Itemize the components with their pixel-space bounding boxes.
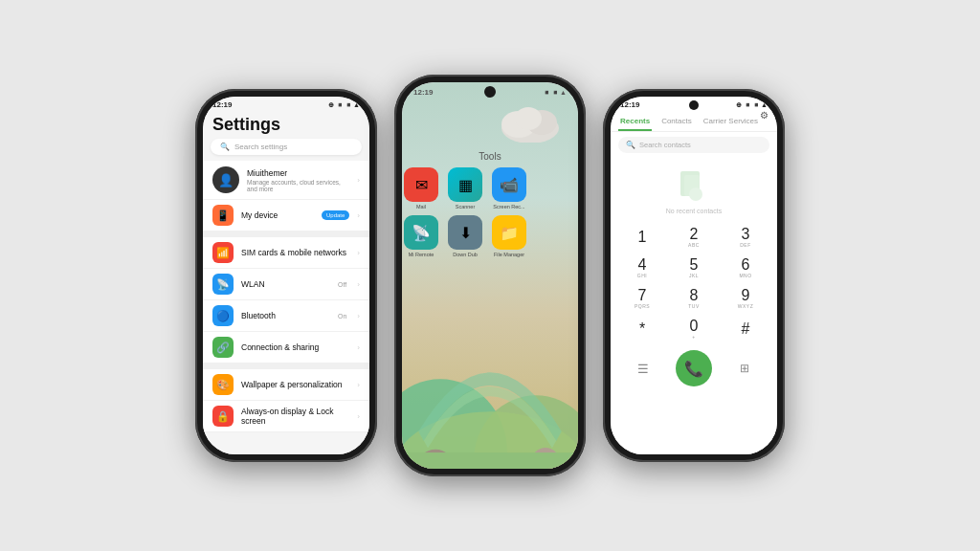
keypad: 1 2ABC 3DEF 4GHI 5JKL 6MNO 7PQRS 8TUV 9W… — [611, 222, 777, 344]
cloud-svg — [492, 99, 568, 143]
wallpaper-item[interactable]: 🎨 Wallpaper & personalization › — [203, 369, 369, 401]
tab-carrier-services[interactable]: Carrier Services — [702, 111, 760, 131]
key-hash[interactable]: # — [720, 314, 771, 344]
screen-rec-icon: 📹 — [492, 167, 526, 202]
connection-icon: 🔗 — [212, 337, 234, 358]
no-contacts-text: No recent contacts — [666, 208, 722, 214]
arrow-sim: › — [357, 249, 360, 257]
key-7[interactable]: 7PQRS — [616, 283, 668, 314]
wallpaper-icon: 🎨 — [212, 374, 234, 395]
app-screen-recorder[interactable]: 📹 Screen Rec... — [490, 167, 528, 209]
account-name: Miuithemer — [247, 168, 349, 178]
key-1[interactable]: 1 — [616, 222, 668, 253]
search-icon-contacts: 🔍 — [626, 141, 635, 149]
file-manager-label: File Manager — [494, 252, 524, 257]
home-art — [402, 256, 578, 469]
key-4-letters: GHI — [637, 273, 647, 278]
my-device-label: My device — [241, 210, 314, 220]
app-scanner[interactable]: ▦ Scanner — [446, 167, 484, 209]
dialpad-menu-icon[interactable]: ☰ — [630, 355, 657, 382]
file-manager-icon: 📁 — [492, 215, 526, 250]
account-text: Miuithemer Manage accounts, cloud servic… — [247, 168, 349, 192]
home-screen: 12:19 ◾◾▲ Tools ✉ Mail ▦ Scanner — [402, 82, 578, 469]
key-hash-num: # — [742, 321, 750, 337]
tab-contacts[interactable]: Contacts — [659, 111, 694, 131]
app-grid: ✉ Mail ▦ Scanner 📹 Screen Rec... — [402, 167, 578, 257]
key-star[interactable]: * — [616, 314, 668, 344]
bluetooth-icon: 🔵 — [212, 305, 234, 326]
connection-sharing-item[interactable]: 🔗 Connection & sharing › — [203, 332, 369, 364]
key-3[interactable]: 3DEF — [720, 222, 771, 253]
wallpaper-text: Wallpaper & personalization — [241, 380, 349, 389]
app-down-dub[interactable]: ⬇ Down Dub — [446, 215, 484, 257]
always-on-item[interactable]: 🔒 Always-on display & Lock screen › — [203, 401, 369, 432]
front-camera-3 — [689, 100, 699, 110]
key-7-letters: PQRS — [635, 303, 650, 309]
arrow-bluetooth: › — [357, 312, 360, 320]
key-3-letters: DEF — [740, 242, 751, 248]
mail-icon: ✉ — [404, 167, 438, 202]
status-icons-3: ⊕ ◾◾▲ — [736, 101, 768, 109]
status-icons-2: ◾◾▲ — [543, 89, 567, 97]
svg-rect-5 — [402, 452, 578, 469]
connection-text: Connection & sharing — [241, 342, 349, 352]
status-bar-2: 12:19 ◾◾▲ — [402, 82, 578, 99]
tab-recents[interactable]: Recents — [618, 111, 652, 131]
key-4[interactable]: 4GHI — [616, 253, 668, 283]
key-6[interactable]: 6MNO — [720, 253, 771, 283]
arrow-device: › — [357, 211, 360, 220]
always-on-text: Always-on display & Lock screen — [241, 407, 349, 426]
app-file-manager[interactable]: 📁 File Manager — [490, 215, 528, 257]
key-2[interactable]: 2ABC — [668, 222, 720, 253]
app-mail[interactable]: ✉ Mail — [402, 167, 440, 209]
arrow-wlan: › — [357, 280, 360, 289]
bluetooth-item[interactable]: 🔵 Bluetooth On › — [203, 300, 369, 332]
tools-folder[interactable]: Tools ✉ Mail ▦ Scanner 📹 Scree — [402, 151, 578, 257]
key-0-num: 0 — [690, 319, 699, 334]
wlan-value: Off — [338, 281, 346, 288]
wlan-item[interactable]: 📡 WLAN Off › — [203, 269, 369, 300]
key-7-num: 7 — [638, 288, 647, 303]
dialer-screen: 12:19 ⊕ ◾◾▲ ⚙ Recents Contacts Carrier S… — [611, 97, 777, 454]
key-8[interactable]: 8TUV — [668, 283, 720, 314]
arrow-wallpaper: › — [357, 381, 360, 389]
key-5[interactable]: 5JKL — [668, 253, 720, 283]
wallpaper-label: Wallpaper & personalization — [241, 380, 349, 389]
screen-rec-label: Screen Rec... — [493, 204, 524, 209]
key-1-num: 1 — [638, 230, 647, 245]
sim-text: SIM cards & mobile networks — [241, 248, 349, 257]
phone-dialer: 12:19 ⊕ ◾◾▲ ⚙ Recents Contacts Carrier S… — [603, 89, 785, 462]
key-3-num: 3 — [742, 227, 750, 242]
settings-gear-icon[interactable]: ⚙ — [760, 110, 768, 121]
search-icon-settings: 🔍 — [220, 143, 230, 151]
no-contacts-area: No recent contacts — [611, 158, 777, 222]
account-item[interactable]: 👤 Miuithemer Manage accounts, cloud serv… — [203, 161, 369, 200]
wlan-text: WLAN — [241, 279, 330, 289]
contacts-search-bar[interactable]: 🔍 Search contacts — [618, 137, 769, 153]
sim-label: SIM cards & mobile networks — [241, 248, 349, 257]
key-0[interactable]: 0+ — [668, 314, 720, 344]
call-button[interactable]: 📞 — [676, 350, 712, 386]
sim-networks-item[interactable]: 📶 SIM cards & mobile networks › — [203, 237, 369, 269]
my-device-item[interactable]: 📱 My device Update › — [203, 200, 369, 231]
phone-home: 12:19 ◾◾▲ Tools ✉ Mail ▦ Scanner — [394, 75, 586, 476]
key-9-letters: WXYZ — [738, 303, 753, 309]
my-device-text: My device — [241, 210, 314, 220]
account-sub: Manage accounts, cloud services, and mor… — [247, 179, 349, 192]
connection-label: Connection & sharing — [241, 342, 349, 352]
dialer-tabs: Recents Contacts Carrier Services — [611, 111, 777, 132]
wlan-label: WLAN — [241, 279, 330, 289]
keypad-toggle-icon[interactable]: ⊞ — [731, 355, 758, 382]
key-9[interactable]: 9WXYZ — [720, 283, 771, 314]
app-mi-remote[interactable]: 📡 Mi Remote — [402, 215, 440, 257]
mi-remote-icon: 📡 — [404, 215, 438, 250]
down-dub-label: Down Dub — [453, 252, 478, 257]
settings-screen: 12:19 ⊕ ◾◾▲ Settings 🔍 Search settings 👤… — [203, 97, 369, 454]
bluetooth-label: Bluetooth — [241, 311, 330, 320]
key-2-letters: ABC — [688, 242, 700, 248]
wlan-icon: 📡 — [212, 274, 234, 295]
settings-search-bar[interactable]: 🔍 Search settings — [211, 139, 362, 155]
always-on-icon: 🔒 — [212, 406, 234, 427]
avatar: 👤 — [212, 166, 239, 193]
key-0-letters: + — [692, 334, 695, 340]
